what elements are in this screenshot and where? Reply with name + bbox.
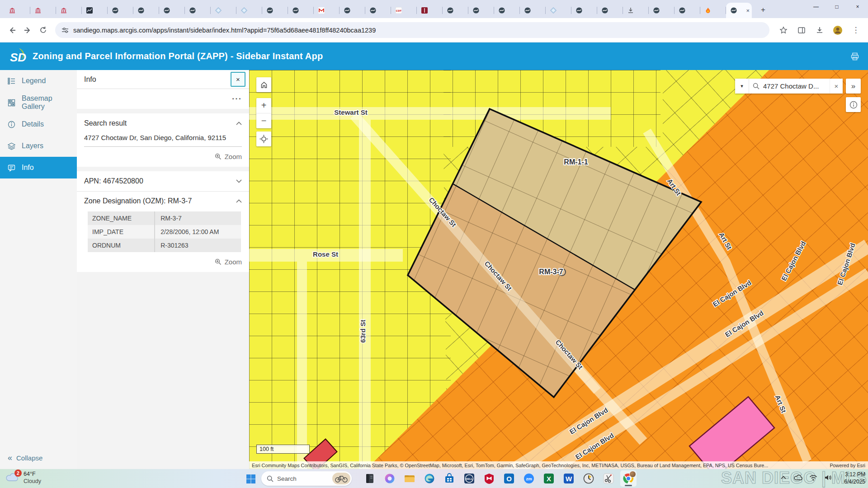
- tab-globe[interactable]: [133, 3, 159, 18]
- zoom-out-button[interactable]: −: [256, 113, 271, 128]
- tab-globe[interactable]: [494, 3, 520, 18]
- chrome-app-icon[interactable]: [620, 470, 637, 487]
- browser-menu-button[interactable]: ⋮: [848, 23, 863, 38]
- sidebar-item-basemap-gallery[interactable]: Basemap Gallery: [0, 92, 77, 113]
- zoom-to-zone-link[interactable]: Zoom: [84, 258, 242, 266]
- tab-globe[interactable]: [571, 3, 597, 18]
- clock-app-icon[interactable]: [580, 470, 597, 487]
- maximize-button[interactable]: □: [826, 0, 847, 14]
- tab-bank[interactable]: [5, 3, 30, 18]
- reload-button[interactable]: [35, 23, 51, 38]
- locate-icon: [259, 135, 268, 143]
- tab-globe[interactable]: [597, 3, 623, 18]
- outlook-app-icon[interactable]: O: [501, 470, 517, 487]
- side-panel-button[interactable]: [794, 23, 809, 38]
- address-bar[interactable]: sandiego.maps.arcgis.com/apps/instant/si…: [55, 22, 769, 38]
- tab-gem[interactable]: [211, 3, 236, 18]
- zoom-app-icon[interactable]: zm: [521, 470, 537, 487]
- close-tab-icon[interactable]: ×: [746, 8, 750, 14]
- profile-avatar[interactable]: [830, 23, 845, 38]
- tab-globe[interactable]: [108, 3, 133, 18]
- forward-button[interactable]: [20, 23, 35, 38]
- tab-bank[interactable]: [30, 3, 56, 18]
- site-settings-icon[interactable]: [61, 27, 69, 34]
- close-panel-button[interactable]: ×: [231, 72, 245, 87]
- search-highlight-image[interactable]: [332, 473, 350, 484]
- wifi-icon[interactable]: [809, 473, 818, 482]
- sidebar-item-info[interactable]: Info: [0, 157, 77, 178]
- tab-globe-active[interactable]: ×: [726, 3, 752, 18]
- print-button[interactable]: [849, 51, 861, 62]
- zoom-in-button[interactable]: +: [256, 98, 271, 113]
- url-text[interactable]: sandiego.maps.arcgis.com/apps/instant/si…: [73, 27, 376, 34]
- tab-globe[interactable]: [443, 3, 468, 18]
- new-tab-button[interactable]: +: [757, 4, 769, 16]
- sidebar-item-layers[interactable]: Layers: [0, 135, 77, 157]
- tab-gem[interactable]: [236, 3, 262, 18]
- zone-section-header[interactable]: Zone Designation (OZM): RM-3-7: [84, 197, 242, 205]
- search-input[interactable]: 4727 Choctaw D...: [749, 82, 830, 90]
- tab-flame[interactable]: [700, 3, 726, 18]
- search-value[interactable]: 4727 Choctaw D...: [763, 82, 819, 90]
- tab-globe[interactable]: [159, 3, 185, 18]
- clear-search-button[interactable]: ×: [830, 79, 843, 94]
- snip-app-icon[interactable]: [600, 470, 617, 487]
- start-button[interactable]: [244, 472, 258, 486]
- dell-app-icon[interactable]: DELL: [461, 470, 477, 487]
- tab-globe[interactable]: [520, 3, 546, 18]
- zone-attributes-table: ZONE_NAMERM-3-7IMP_DATE2/28/2006, 12:00 …: [88, 211, 241, 252]
- downloads-button[interactable]: [812, 23, 827, 38]
- tab-book[interactable]: [417, 3, 443, 18]
- tab-thumb[interactable]: [82, 3, 108, 18]
- search-source-dropdown[interactable]: ▾: [735, 79, 749, 94]
- tab-globe[interactable]: [185, 3, 211, 18]
- more-options-button[interactable]: ···: [232, 94, 242, 104]
- tab-globe[interactable]: [649, 3, 675, 18]
- excel-app-icon[interactable]: X: [541, 470, 557, 487]
- windows-logo-icon: [245, 474, 256, 484]
- map-info-button[interactable]: [846, 97, 861, 112]
- tray-chevron-up-icon[interactable]: [779, 473, 788, 482]
- copilot-app-icon[interactable]: [382, 470, 398, 487]
- taskbar-search[interactable]: Search: [261, 471, 352, 486]
- weather-widget[interactable]: 2 64°F Cloudy: [5, 470, 41, 485]
- tab-cdt[interactable]: CDT: [391, 3, 417, 18]
- search-result-header[interactable]: Search result: [84, 119, 242, 127]
- locate-button[interactable]: [256, 131, 271, 146]
- edge-app-icon[interactable]: [421, 470, 438, 487]
- tab-bank[interactable]: [56, 3, 82, 18]
- collapse-button[interactable]: « Collapse: [8, 454, 42, 462]
- notebook-app-icon[interactable]: [362, 470, 378, 487]
- sidebar-nav: LegendBasemap GalleryDetailsLayersInfo «…: [0, 70, 77, 469]
- volume-icon[interactable]: [824, 473, 833, 482]
- close-window-button[interactable]: ×: [847, 0, 868, 14]
- store-app-icon[interactable]: [441, 470, 458, 487]
- onedrive-cloud-icon[interactable]: [794, 473, 803, 482]
- zoning-map[interactable]: Stewart StRose St63rd StChoctaw StChocta…: [249, 70, 868, 469]
- tab-globe[interactable]: [262, 3, 288, 18]
- tab-globe[interactable]: [675, 3, 700, 18]
- tab-gem[interactable]: [546, 3, 571, 18]
- forward-icon: [24, 26, 32, 34]
- zoom-to-result-link[interactable]: Zoom: [84, 153, 242, 160]
- sidebar-item-details[interactable]: Details: [0, 113, 77, 135]
- bookmark-star-button[interactable]: [776, 23, 791, 38]
- tab-down[interactable]: [623, 3, 649, 18]
- home-button[interactable]: [256, 77, 271, 92]
- expand-search-button[interactable]: »: [846, 79, 861, 94]
- apn-section-header[interactable]: APN: 4674520800: [84, 177, 242, 185]
- minimize-button[interactable]: —: [806, 0, 826, 14]
- tab-globe[interactable]: [340, 3, 365, 18]
- tab-globe[interactable]: [468, 3, 494, 18]
- explorer-app-icon[interactable]: [401, 470, 418, 487]
- sidebar-item-legend[interactable]: Legend: [0, 70, 77, 92]
- word-app-icon[interactable]: W: [561, 470, 577, 487]
- back-button[interactable]: [5, 23, 20, 38]
- thumb-favicon: [86, 7, 93, 14]
- mcafee-app-icon[interactable]: [481, 470, 497, 487]
- tab-globe[interactable]: [288, 3, 314, 18]
- table-row: IMP_DATE2/28/2006, 12:00 AM: [88, 225, 241, 239]
- taskbar-clock[interactable]: 3:12 PM 6/4/2025: [836, 471, 865, 485]
- tab-mail[interactable]: [314, 3, 340, 18]
- tab-globe[interactable]: [365, 3, 391, 18]
